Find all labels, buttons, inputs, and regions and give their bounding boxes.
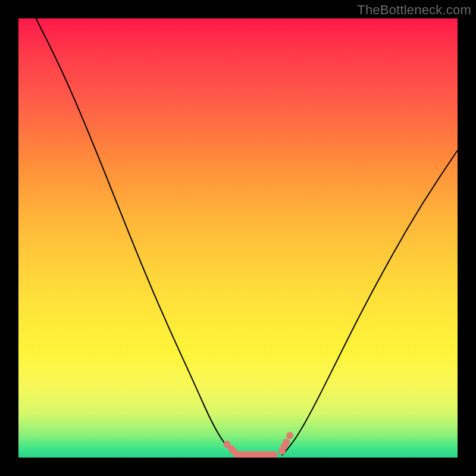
- marker-flat-bar: [234, 452, 278, 458]
- bottleneck-curve: [18, 18, 458, 458]
- plot-area: [18, 18, 458, 458]
- marker-dot: [283, 439, 290, 446]
- chart-frame: TheBottleneck.com: [0, 0, 476, 476]
- curve-markers: [224, 432, 294, 458]
- marker-dot: [286, 432, 293, 439]
- curve-left-branch: [36, 18, 236, 455]
- curve-right-branch: [282, 150, 458, 455]
- watermark-text: TheBottleneck.com: [357, 2, 471, 18]
